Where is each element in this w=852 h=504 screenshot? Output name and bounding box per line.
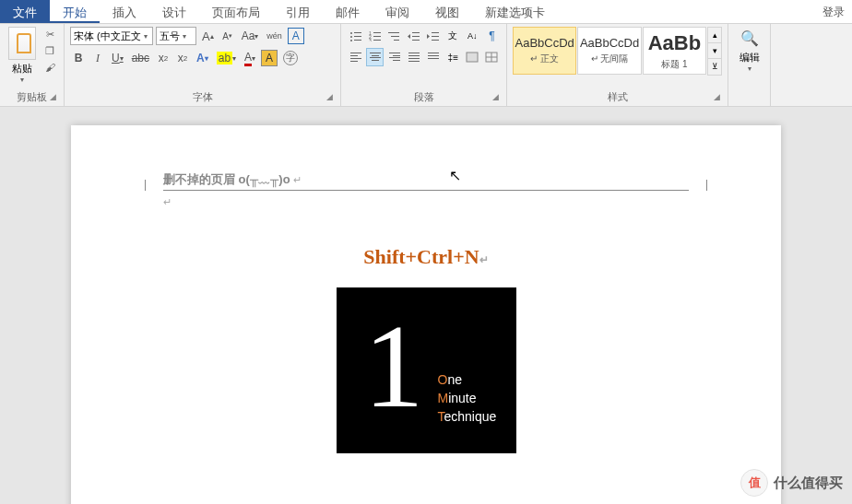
format-painter-button[interactable]: 🖌	[41, 60, 58, 75]
svg-rect-18	[432, 32, 439, 33]
shrink-font-button[interactable]: A▾	[219, 27, 236, 45]
multilevel-button[interactable]	[385, 27, 403, 45]
align-left-button[interactable]	[347, 48, 364, 66]
ribbon: 粘贴 ▾ ✂ ❐ 🖌 剪贴板 ◢ 宋体 (中文正文▾ 五号▾ A▴ A▾ Aa▾…	[0, 24, 852, 107]
align-center-button[interactable]	[366, 48, 384, 66]
distribute-button[interactable]	[425, 48, 443, 66]
text-effects-button[interactable]: A▾	[194, 49, 211, 67]
styles-expand-button[interactable]: ⊻	[708, 59, 721, 75]
svg-rect-15	[412, 32, 420, 33]
group-label-editing: 编辑	[740, 51, 760, 64]
increase-indent-button[interactable]	[425, 27, 443, 45]
sort-button[interactable]: A↓	[464, 27, 481, 45]
char-border-button[interactable]: A	[288, 28, 304, 44]
svg-rect-11	[373, 40, 381, 41]
line-spacing-button[interactable]: ‡≡	[444, 48, 462, 66]
clipboard-launcher[interactable]: ◢	[50, 92, 61, 103]
tab-references[interactable]: 引用	[273, 0, 323, 23]
show-marks-button[interactable]: ¶	[483, 27, 501, 45]
tab-file[interactable]: 文件	[0, 0, 50, 23]
tab-newtab[interactable]: 新建选项卡	[472, 0, 558, 23]
svg-rect-5	[354, 40, 361, 41]
svg-rect-1	[354, 32, 361, 33]
find-icon[interactable]: 🔍	[740, 29, 759, 47]
enclose-char-button[interactable]: 字	[280, 49, 301, 67]
superscript-button[interactable]: x2	[174, 49, 191, 67]
cut-button[interactable]: ✂	[41, 27, 58, 41]
svg-point-4	[350, 40, 352, 41]
svg-text:3: 3	[369, 38, 372, 41]
highlight-button[interactable]: ab▾	[214, 49, 239, 67]
tab-insert[interactable]: 插入	[100, 0, 149, 23]
underline-button[interactable]: U▾	[109, 49, 126, 67]
align-right-button[interactable]	[385, 48, 403, 66]
ribbon-tabs: 文件 开始 插入 设计 页面布局 引用 邮件 审阅 视图 新建选项卡 登录	[0, 0, 852, 24]
svg-rect-3	[354, 36, 361, 37]
change-case-button[interactable]: Aa▾	[239, 27, 262, 45]
group-label-font: 字体	[65, 90, 340, 104]
svg-rect-17	[412, 40, 420, 41]
watermark: 值 什么值得买	[740, 469, 843, 497]
copy-button[interactable]: ❐	[41, 43, 58, 58]
svg-point-2	[350, 36, 352, 38]
grow-font-button[interactable]: A▴	[199, 27, 217, 45]
style-heading1[interactable]: AaBb 标题 1	[643, 27, 706, 75]
shortcut-text: Shift+Ctrl+N↵	[163, 245, 689, 269]
tab-mailings[interactable]: 邮件	[323, 0, 373, 23]
numbering-button[interactable]: 123	[366, 27, 384, 45]
borders-button[interactable]	[483, 48, 501, 66]
clipboard-icon	[8, 27, 36, 60]
styles-up-button[interactable]: ▴	[708, 28, 721, 43]
svg-rect-13	[391, 36, 399, 37]
styles-gallery-scroll: ▴ ▾ ⊻	[707, 27, 722, 76]
svg-rect-16	[412, 36, 420, 37]
justify-button[interactable]	[406, 48, 423, 66]
subscript-button[interactable]: x2	[155, 49, 172, 67]
page-header[interactable]: 删不掉的页眉 o(╥﹏╥)o ↵ ↖	[163, 171, 689, 191]
svg-rect-9	[373, 36, 381, 37]
watermark-badge: 值	[740, 469, 768, 497]
font-color-button[interactable]: A▾	[242, 49, 258, 67]
header-text: 删不掉的页眉 o(╥﹏╥)o	[163, 172, 290, 186]
document-area[interactable]: 删不掉的页眉 o(╥﹏╥)o ↵ ↖ ↵ Shift+Ctrl+N↵ 1 One…	[0, 107, 852, 504]
styles-launcher[interactable]: ◢	[714, 92, 725, 103]
login-link[interactable]: 登录	[815, 0, 852, 23]
decrease-indent-button[interactable]	[405, 27, 422, 45]
font-name-combo[interactable]: 宋体 (中文正文▾	[70, 27, 153, 45]
tab-home[interactable]: 开始	[50, 0, 100, 23]
logo-image: 1 One Minute Technique	[337, 287, 516, 453]
shading-button[interactable]	[464, 48, 481, 66]
phonetic-button[interactable]: wén	[264, 27, 285, 45]
svg-rect-7	[373, 32, 381, 33]
italic-button[interactable]: I	[89, 49, 106, 67]
svg-rect-20	[432, 40, 439, 41]
page[interactable]: 删不掉的页眉 o(╥﹏╥)o ↵ ↖ ↵ Shift+Ctrl+N↵ 1 One…	[71, 125, 781, 504]
svg-rect-12	[388, 32, 399, 33]
svg-rect-19	[432, 36, 439, 37]
tab-design[interactable]: 设计	[149, 0, 199, 23]
style-normal[interactable]: AaBbCcDd ↵ 正文	[513, 27, 576, 75]
paragraph-launcher[interactable]: ◢	[492, 92, 503, 103]
tab-layout[interactable]: 页面布局	[199, 0, 273, 23]
svg-rect-21	[467, 53, 478, 62]
text-direction-button[interactable]: 文	[444, 27, 462, 45]
paragraph-mark: ↵	[163, 196, 689, 208]
svg-point-0	[350, 32, 352, 34]
cursor-icon: ↖	[449, 167, 461, 184]
paste-button[interactable]: 粘贴 ▾	[6, 27, 38, 84]
styles-down-button[interactable]: ▾	[708, 43, 721, 59]
font-launcher[interactable]: ◢	[326, 92, 337, 103]
svg-rect-14	[394, 40, 399, 41]
tab-review[interactable]: 审阅	[373, 0, 422, 23]
font-size-combo[interactable]: 五号▾	[156, 27, 196, 45]
bullets-button[interactable]	[347, 27, 364, 45]
group-label-paragraph: 段落	[341, 90, 506, 104]
style-nospacing[interactable]: AaBbCcDd ↵ 无间隔	[577, 27, 641, 75]
watermark-text: 什么值得买	[774, 475, 843, 492]
char-shading-button[interactable]: A	[261, 50, 278, 66]
paste-label: 粘贴	[12, 62, 32, 76]
strikethrough-button[interactable]: abc	[129, 49, 152, 67]
bold-button[interactable]: B	[70, 49, 87, 67]
group-label-styles: 样式	[507, 90, 728, 104]
tab-view[interactable]: 视图	[422, 0, 472, 23]
